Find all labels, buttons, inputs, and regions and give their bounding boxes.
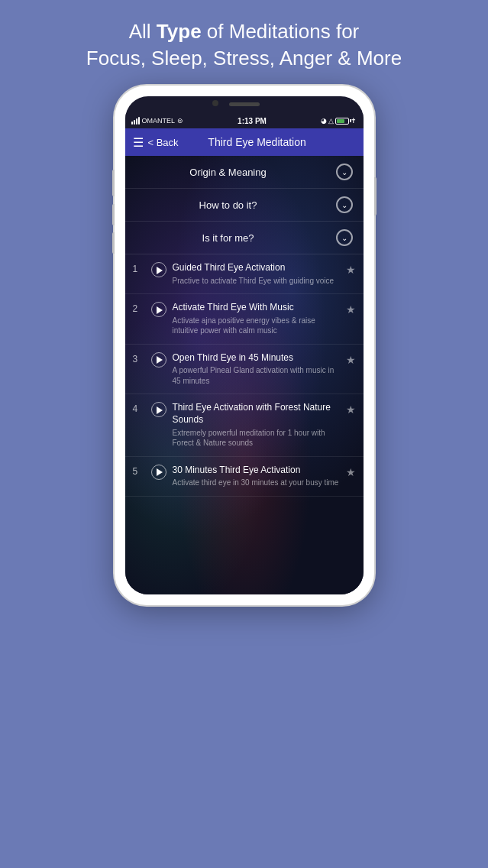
track-desc-4: Extremely powerful meditation for 1 hour…: [173, 428, 341, 449]
track-title-5: 30 Minutes Third Eye Activation: [173, 465, 341, 477]
accordion-item-origin[interactable]: Origin & Meaning ⌄: [125, 156, 364, 189]
headline: All Type of Meditations forFocus, Sleep,…: [56, 0, 432, 86]
favorite-star-1[interactable]: ★: [346, 262, 356, 276]
chevron-down-icon-how: ⌄: [336, 196, 353, 213]
phone-screen: OMANTEL ⊜ 1:13 PM ◕ △ ✝ ☰ < Back Third E…: [125, 96, 364, 594]
track-info-4: Third Eye Activation with Forest Nature …: [173, 402, 341, 448]
favorite-star-5[interactable]: ★: [346, 465, 356, 478]
track-number-3: 3: [133, 352, 145, 364]
play-icon-4: [157, 406, 163, 414]
track-info-1: Guided Third Eye Activation Practive to …: [173, 262, 341, 286]
track-title-4: Third Eye Activation with Forest Nature …: [173, 402, 341, 426]
chevron-down-icon-isit: ⌄: [336, 229, 353, 246]
accordion-label-isit: Is it for me?: [136, 232, 321, 244]
track-list: 1 Guided Third Eye Activation Practive t…: [125, 254, 364, 497]
wifi-icon: ⊜: [177, 117, 183, 125]
accordion-item-isit[interactable]: Is it for me? ⌄: [125, 222, 364, 254]
status-bar: OMANTEL ⊜ 1:13 PM ◕ △ ✝: [125, 113, 364, 128]
track-number-4: 4: [133, 402, 145, 414]
track-title-3: Open Third Eye in 45 Minutes: [173, 352, 341, 364]
accordion-item-how[interactable]: How to do it? ⌄: [125, 189, 364, 222]
accordion-label-how: How to do it?: [136, 199, 321, 211]
track-number-5: 5: [133, 465, 145, 477]
play-icon-5: [157, 468, 163, 476]
track-info-5: 30 Minutes Third Eye Activation Activate…: [173, 465, 341, 488]
track-desc-5: Activate third eye in 30 minutes at your…: [173, 478, 341, 488]
play-icon-3: [157, 356, 163, 364]
play-icon-2: [157, 306, 163, 314]
track-number-1: 1: [133, 262, 145, 274]
play-button-3[interactable]: [151, 352, 166, 368]
favorite-star-3[interactable]: ★: [346, 352, 356, 366]
status-time: 1:13 PM: [238, 117, 267, 125]
track-desc-1: Practive to activate Third Eye with guid…: [173, 276, 341, 287]
play-button-5[interactable]: [151, 465, 166, 480]
headline-prefix: All: [129, 20, 157, 43]
headline-bold: Type: [157, 20, 202, 43]
accordion-section: Origin & Meaning ⌄ How to do it? ⌄ Is it…: [125, 156, 364, 254]
favorite-star-4[interactable]: ★: [346, 402, 356, 416]
track-info-2: Activate Third Eye With Music Activate a…: [173, 302, 341, 336]
track-number-2: 2: [133, 302, 145, 314]
play-button-1[interactable]: [151, 262, 166, 277]
chevron-down-icon-origin: ⌄: [336, 164, 353, 180]
carrier-label: OMANTEL: [142, 117, 176, 125]
back-button[interactable]: < Back: [148, 137, 179, 148]
play-button-2[interactable]: [151, 302, 166, 317]
lightning-icon: ✝: [351, 117, 357, 125]
hamburger-button[interactable]: ☰: [133, 135, 144, 150]
play-button-4[interactable]: [151, 402, 166, 417]
track-item-3[interactable]: 3 Open Third Eye in 45 Minutes A powerfu…: [125, 345, 364, 395]
accordion-label-origin: Origin & Meaning: [136, 167, 321, 178]
nav-title: Third Eye Meditation: [179, 136, 336, 148]
track-item-1[interactable]: 1 Guided Third Eye Activation Practive t…: [125, 254, 364, 294]
nav-bar: ☰ < Back Third Eye Meditation: [125, 128, 364, 156]
track-item-4[interactable]: 4 Third Eye Activation with Forest Natur…: [125, 394, 364, 456]
track-desc-3: A powerful Pineal Gland activation with …: [173, 365, 341, 386]
screen-content: Origin & Meaning ⌄ How to do it? ⌄ Is it…: [125, 156, 364, 594]
track-item-2[interactable]: 2 Activate Third Eye With Music Activate…: [125, 294, 364, 345]
play-icon-1: [157, 267, 163, 274]
track-title-1: Guided Third Eye Activation: [173, 262, 341, 274]
phone-device: OMANTEL ⊜ 1:13 PM ◕ △ ✝ ☰ < Back Third E…: [115, 86, 374, 605]
track-title-2: Activate Third Eye With Music: [173, 302, 341, 314]
track-info-3: Open Third Eye in 45 Minutes A powerful …: [173, 352, 341, 387]
favorite-star-2[interactable]: ★: [346, 302, 356, 316]
track-desc-2: Activate ajna positive energy vibes & ra…: [173, 316, 341, 336]
track-item-5[interactable]: 5 30 Minutes Third Eye Activation Activa…: [125, 457, 364, 497]
status-icons: ◕ △: [321, 117, 334, 125]
